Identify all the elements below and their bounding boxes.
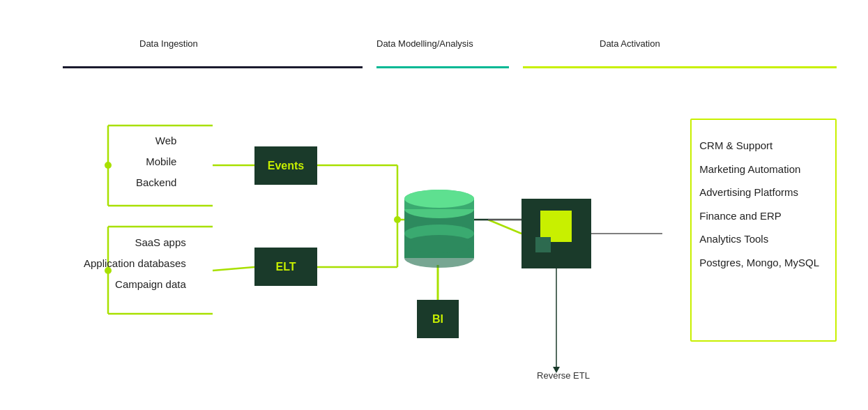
activation-logo xyxy=(532,209,581,258)
database-icon xyxy=(401,178,478,268)
dest-marketing: Marketing Automation xyxy=(699,158,819,181)
activation-line xyxy=(523,66,837,68)
svg-point-29 xyxy=(404,190,474,208)
dest-postgres: Postgres, Mongo, MySQL xyxy=(699,252,819,274)
svg-line-15 xyxy=(488,220,521,234)
source-appdb: Application databases xyxy=(84,253,186,274)
source-mobile: Mobile xyxy=(136,151,176,172)
source-group2: SaaS apps Application databases Campaign… xyxy=(84,232,186,295)
dest-finance: Finance and ERP xyxy=(699,205,819,227)
phase-modelling-label: Data Modelling/Analysis xyxy=(376,38,473,49)
source-group1: Web Mobile Backend xyxy=(136,130,176,193)
source-backend: Backend xyxy=(136,172,176,193)
svg-line-14 xyxy=(213,267,254,271)
svg-point-25 xyxy=(404,235,474,253)
activation-box xyxy=(521,199,591,268)
ingestion-line xyxy=(63,66,363,68)
svg-point-3 xyxy=(105,162,112,169)
source-web: Web xyxy=(136,130,176,151)
reverse-etl-label: Reverse ETL xyxy=(535,370,591,381)
events-box: Events xyxy=(254,146,317,185)
phase-activation-label: Data Activation xyxy=(600,38,660,49)
dest-crm: CRM & Support xyxy=(699,135,819,157)
phase-ingestion-label: Data Ingestion xyxy=(139,38,198,49)
source-saas: SaaS apps xyxy=(84,232,186,253)
bi-box: BI xyxy=(417,300,459,338)
elt-box: ELT xyxy=(254,248,317,286)
diagram-container: Data Ingestion Data Modelling/Analysis D… xyxy=(0,0,868,410)
source-campaign: Campaign data xyxy=(84,274,186,295)
dest-analytics: Analytics Tools xyxy=(699,228,819,250)
modelling-line xyxy=(376,66,509,68)
logo-small-square xyxy=(535,237,551,252)
destinations-list: CRM & Support Marketing Automation Adver… xyxy=(685,122,833,286)
dest-advertising: Advertising Platforms xyxy=(699,181,819,204)
svg-point-11 xyxy=(394,216,401,223)
